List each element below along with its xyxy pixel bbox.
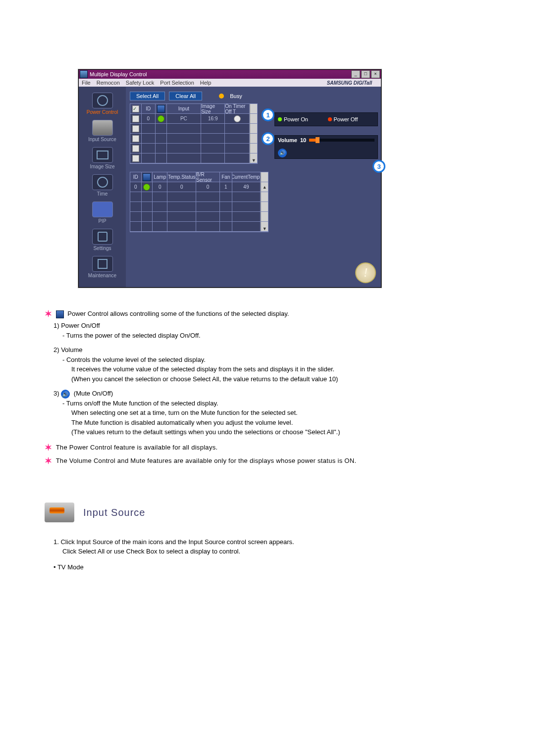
text: 1. <box>54 538 59 546</box>
maintenance-icon <box>92 256 113 272</box>
sidebar-item-label: Settings <box>79 246 126 251</box>
display-grid: ID Input Image Size On Timer Off T 0 PC … <box>130 103 258 164</box>
maximize-button[interactable]: □ <box>361 70 370 78</box>
busy-indicator-icon <box>219 94 224 99</box>
volume-slider[interactable] <box>309 139 374 142</box>
menu-port-selection[interactable]: Port Selection <box>160 80 194 86</box>
doc-line: (The values return to the default settin… <box>71 427 490 437</box>
text: (Mute On/Off) <box>74 390 113 397</box>
menu-safety-lock[interactable]: Safety Lock <box>126 80 154 86</box>
star-icon: ✶ <box>45 456 52 466</box>
doc-line: It receives the volume value of the sele… <box>71 364 490 374</box>
text: Power Control allows controlling some of… <box>67 310 289 317</box>
power-off-button[interactable]: Power Off <box>328 116 375 122</box>
sidebar-item-input-source[interactable]: Input Source <box>79 120 126 142</box>
power-icon <box>92 93 113 108</box>
doc-line: ✶ The Volume Control and Mute features a… <box>45 454 490 468</box>
power-on-button[interactable]: Power On <box>278 116 325 122</box>
status-header-icon <box>157 105 165 113</box>
volume-label: Volume <box>278 137 297 143</box>
doc-line: 2) Volume <box>54 345 490 355</box>
cell-image-size: 16:9 <box>201 114 225 124</box>
image-size-icon <box>92 147 113 163</box>
led-on-icon <box>278 117 282 121</box>
cell-id: 0 <box>130 182 142 192</box>
callout-1: 1 <box>262 108 274 121</box>
table-row[interactable]: 0 PC 16:9 <box>130 114 257 124</box>
scroll-up-icon[interactable]: ▲ <box>263 185 267 190</box>
cell-id: 0 <box>142 114 156 124</box>
doc-line: When selecting one set at a time, turn o… <box>71 408 490 418</box>
time-icon <box>92 174 113 190</box>
row-checkbox[interactable] <box>132 155 139 162</box>
table-row <box>130 202 268 212</box>
btn-label: Power Off <box>334 116 358 122</box>
sidebar-item-maintenance[interactable]: Maintenance <box>79 256 126 278</box>
col-fan: Fan <box>220 172 232 182</box>
table-row: ▼ <box>130 222 268 232</box>
info-icon[interactable]: ! <box>355 262 376 283</box>
info-icon <box>56 310 64 318</box>
cell-input: PC <box>167 114 202 124</box>
sidebar-item-time[interactable]: Time <box>79 174 126 197</box>
col-id: ID <box>142 104 156 114</box>
scroll-down-icon[interactable]: ▼ <box>252 158 256 163</box>
mute-icon: 🔊 <box>61 390 70 399</box>
scrollbar[interactable] <box>250 114 257 124</box>
minimize-button[interactable]: _ <box>351 70 360 78</box>
sidebar-item-settings[interactable]: Settings <box>79 229 126 251</box>
row-checkbox[interactable] <box>132 135 139 142</box>
row-checkbox[interactable] <box>132 115 139 122</box>
window-title: Multiple Display Control <box>90 71 147 77</box>
btn-label: Power On <box>284 116 308 122</box>
col-br-sensor: B/R Sensor <box>196 172 220 182</box>
doc-line: 1) Power On/Off <box>54 321 490 331</box>
row-checkbox[interactable] <box>132 125 139 132</box>
sidebar-item-pip[interactable]: PIP <box>79 202 126 224</box>
section-title: Input Source <box>83 505 145 520</box>
col-timer: On Timer Off T <box>225 104 250 114</box>
volume-panel: Volume 10 🔊 <box>274 135 378 159</box>
menu-help[interactable]: Help <box>200 80 212 86</box>
status-dot-icon <box>158 115 164 122</box>
maintenance-grid: ID Lamp Temp.Status B/R Sensor Fan Curre… <box>130 172 268 232</box>
sidebar-item-label: Input Source <box>79 137 126 142</box>
menu-file[interactable]: File <box>82 80 91 86</box>
table-row[interactable]: 0 0 0 0 1 49 ▲ <box>130 182 268 192</box>
select-all-checkbox[interactable] <box>132 105 139 112</box>
toolbar: Select All Clear All Busy <box>130 92 377 101</box>
led-off-icon <box>328 117 332 121</box>
text: The Power Control feature is available f… <box>56 444 218 451</box>
scroll-down-icon[interactable]: ▼ <box>263 226 267 231</box>
scrollbar[interactable]: ▲ <box>261 182 268 192</box>
status-dot-icon <box>143 184 150 191</box>
doc-line: Click Select All or use Check Box to sel… <box>62 547 490 556</box>
doc-line: • TV Mode <box>54 562 490 572</box>
power-panel: Power On Power Off <box>274 112 378 126</box>
callout-3: 3 <box>373 160 385 173</box>
star-icon: ✶ <box>45 443 52 453</box>
clear-all-button[interactable]: Clear All <box>169 92 202 101</box>
row-checkbox[interactable] <box>132 145 139 152</box>
doc-line: - Turns on/off the Mute function of the … <box>62 399 490 408</box>
sidebar-item-image-size[interactable]: Image Size <box>79 147 126 169</box>
table-row <box>130 134 257 144</box>
select-all-button[interactable]: Select All <box>130 92 165 101</box>
star-icon: ✶ <box>45 309 52 319</box>
doc-line: (When you cancel the selection or choose… <box>71 374 490 384</box>
sidebar-item-power-control[interactable]: Power Control <box>79 93 126 115</box>
table-row <box>130 212 268 222</box>
doc-line: 3) 🔊 (Mute On/Off) <box>54 389 490 399</box>
col-temp-status: Temp.Status <box>167 172 196 182</box>
close-button[interactable]: × <box>371 70 380 78</box>
mute-icon[interactable]: 🔊 <box>278 149 287 157</box>
pip-icon <box>92 202 113 217</box>
text: 3) <box>54 390 59 397</box>
menu-remocon[interactable]: Remocon <box>97 80 120 86</box>
sidebar-item-label: Maintenance <box>79 273 126 278</box>
table-row <box>130 144 257 153</box>
volume-value: 10 <box>300 137 306 143</box>
col-lamp: Lamp <box>153 172 167 182</box>
doc-line: The Mute function is disabled automatica… <box>71 418 490 428</box>
table-row: ▼ <box>130 153 257 163</box>
